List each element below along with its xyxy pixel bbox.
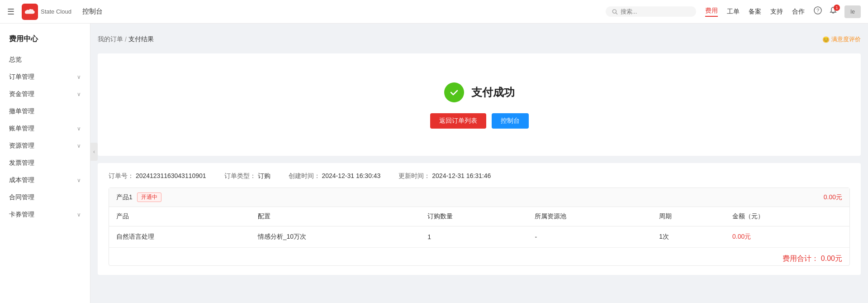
console-button[interactable]: 控制台 — [492, 113, 529, 129]
return-order-list-button[interactable]: 返回订单列表 — [430, 113, 486, 129]
sidebar-item-label: 账单管理 — [9, 125, 34, 133]
sidebar-item-label: 卡券管理 — [9, 211, 34, 219]
search-icon — [612, 9, 618, 15]
product-header-price: 0.00元 — [824, 193, 842, 202]
svg-line-1 — [616, 13, 617, 14]
sidebar-item-label: 合同管理 — [9, 193, 34, 202]
bell-icon[interactable]: 1 — [829, 6, 837, 17]
col-header-config: 配置 — [251, 207, 421, 226]
sidebar-item-label: 撤单管理 — [9, 107, 34, 115]
order-info-card: 订单号： 20241231163043110901 订单类型： 订购 创建时间：… — [98, 163, 861, 275]
topnav: ☰ State Cloud 控制台 费用 工单 备案 支持 合作 — [0, 0, 868, 24]
order-no-value: 20241231163043110901 — [136, 172, 206, 179]
svg-text:?: ? — [816, 8, 819, 13]
user-avatar[interactable]: Ie — [844, 5, 861, 18]
console-title: 控制台 — [82, 7, 103, 16]
col-header-period: 周期 — [652, 207, 725, 226]
success-section: 支付成功 返回订单列表 控制台 — [109, 64, 850, 145]
col-header-resource-pool: 所属资源池 — [527, 207, 652, 226]
breadcrumb-bar: 我的订单 / 支付结果 😊 满意度评价 — [98, 31, 861, 48]
nav-links: 费用 工单 备案 支持 合作 — [705, 7, 805, 17]
search-box[interactable] — [606, 6, 696, 17]
help-icon[interactable]: ? — [814, 6, 822, 17]
nav-link-workorder[interactable]: 工单 — [727, 8, 740, 16]
sidebar-item-order[interactable]: 订单管理 ∨ — [0, 68, 90, 86]
satisfaction-button[interactable]: 😊 满意度评价 — [822, 35, 861, 43]
cell-amount: 0.00元 — [725, 226, 849, 248]
cell-period: 1次 — [652, 226, 725, 248]
main-content: 我的订单 / 支付结果 😊 满意度评价 支付成功 — [90, 24, 868, 303]
created-label: 创建时间： — [289, 172, 320, 179]
order-meta: 订单号： 20241231163043110901 订单类型： 订购 创建时间：… — [109, 172, 850, 180]
sidebar-item-contract[interactable]: 合同管理 — [0, 189, 90, 206]
product-table: 产品 配置 订购数量 所属资源池 周期 金额（元） 自然语言处理 情感分析_10… — [109, 207, 849, 248]
sidebar-item-label: 总览 — [9, 56, 22, 64]
cell-config: 情感分析_10万次 — [251, 226, 421, 248]
nav-link-fee[interactable]: 费用 — [705, 7, 718, 17]
sidebar-item-funds[interactable]: 资金管理 ∨ — [0, 86, 90, 103]
sidebar-item-invoice[interactable]: 发票管理 — [0, 154, 90, 172]
product-label: 产品1 — [116, 193, 133, 202]
breadcrumb-current: 支付结果 — [128, 35, 154, 43]
created-field: 创建时间： 2024-12-31 16:30:43 — [289, 172, 381, 180]
order-type-field: 订单类型： 订购 — [224, 172, 270, 180]
chevron-down-icon: ∨ — [77, 143, 81, 149]
col-header-product: 产品 — [109, 207, 251, 226]
chevron-down-icon: ∨ — [77, 74, 81, 80]
sidebar-collapse-button[interactable]: ‹ — [90, 143, 98, 161]
sidebar: 费用中心 总览 订单管理 ∨ 资金管理 ∨ 撤单管理 账单管理 ∨ 资源管理 ∨… — [0, 24, 90, 303]
order-no-label: 订单号： — [109, 172, 134, 179]
sidebar-item-voucher[interactable]: 卡券管理 ∨ — [0, 206, 90, 223]
success-icon-row: 支付成功 — [444, 82, 515, 102]
app-layout: 费用中心 总览 订单管理 ∨ 资金管理 ∨ 撤单管理 账单管理 ∨ 资源管理 ∨… — [0, 24, 868, 303]
success-card: 支付成功 返回订单列表 控制台 — [98, 53, 861, 156]
success-title: 支付成功 — [471, 85, 515, 100]
sidebar-item-label: 资金管理 — [9, 90, 34, 98]
nav-link-support[interactable]: 支持 — [770, 8, 783, 16]
order-type-value: 订购 — [258, 172, 270, 179]
sidebar-item-billing[interactable]: 账单管理 ∨ — [0, 120, 90, 137]
chevron-down-icon: ∨ — [77, 91, 81, 97]
total-amount: 0.00元 — [821, 255, 842, 262]
product-header: 产品1 开通中 0.00元 — [109, 188, 849, 207]
sidebar-item-cost[interactable]: 成本管理 ∨ — [0, 172, 90, 189]
logo: State Cloud — [22, 4, 71, 20]
success-actions: 返回订单列表 控制台 — [430, 113, 529, 129]
updated-field: 更新时间： 2024-12-31 16:31:46 — [398, 172, 491, 180]
updated-label: 更新时间： — [398, 172, 430, 179]
total-row: 费用合计： 0.00元 — [109, 248, 849, 265]
product-header-left: 产品1 开通中 — [116, 192, 161, 202]
sidebar-title: 费用中心 — [0, 31, 90, 51]
nav-icons: ? 1 Ie — [814, 5, 861, 18]
checkmark-icon — [449, 87, 460, 98]
satisfaction-label: 满意度评价 — [831, 35, 861, 43]
breadcrumb-parent[interactable]: 我的订单 — [98, 35, 123, 43]
logo-text: State Cloud — [41, 8, 71, 15]
chevron-down-icon: ∨ — [77, 125, 81, 132]
user-text: Ie — [850, 9, 855, 15]
chevron-down-icon: ∨ — [77, 177, 81, 183]
col-header-quantity: 订购数量 — [420, 207, 527, 226]
sidebar-item-label: 资源管理 — [9, 142, 34, 150]
cell-product: 自然语言处理 — [109, 226, 251, 248]
chevron-down-icon: ∨ — [77, 212, 81, 218]
col-header-amount: 金额（元） — [725, 207, 849, 226]
sidebar-item-label: 成本管理 — [9, 176, 34, 184]
table-row: 自然语言处理 情感分析_10万次 1 - 1次 0.00元 — [109, 226, 849, 248]
updated-value: 2024-12-31 16:31:46 — [432, 172, 491, 179]
sidebar-item-cancel[interactable]: 撤单管理 — [0, 103, 90, 120]
total-label: 费用合计： — [783, 255, 819, 262]
search-input[interactable] — [621, 8, 690, 15]
menu-icon[interactable]: ☰ — [7, 7, 14, 17]
sidebar-item-overview[interactable]: 总览 — [0, 51, 90, 68]
cell-quantity: 1 — [420, 226, 527, 248]
order-no-field: 订单号： 20241231163043110901 — [109, 172, 206, 180]
nav-link-partner[interactable]: 合作 — [792, 8, 805, 16]
logo-icon — [22, 4, 38, 20]
sidebar-item-resource[interactable]: 资源管理 ∨ — [0, 137, 90, 154]
nav-link-filing[interactable]: 备案 — [749, 8, 761, 16]
order-type-label: 订单类型： — [224, 172, 256, 179]
sidebar-item-label: 订单管理 — [9, 73, 34, 81]
cell-resource-pool: - — [527, 226, 652, 248]
breadcrumb-separator: / — [125, 36, 127, 43]
